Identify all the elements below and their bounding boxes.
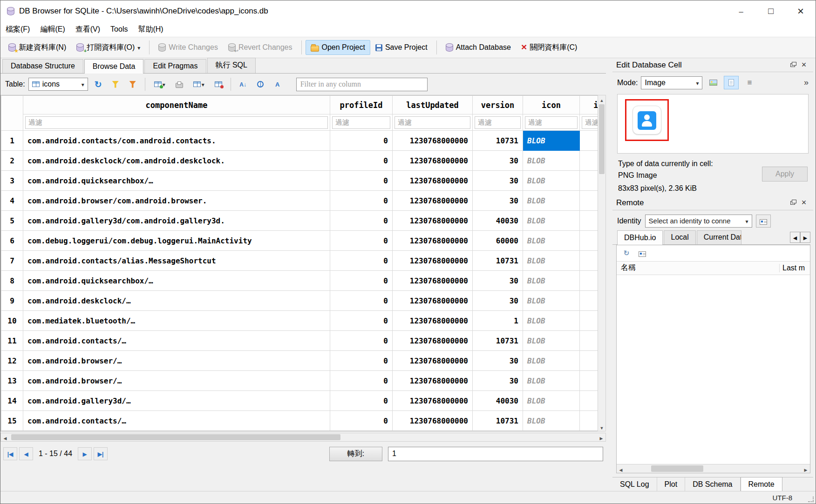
edit-display-format-button[interactable] (271, 77, 285, 91)
goto-record-input[interactable] (388, 447, 603, 461)
first-page-button[interactable] (3, 447, 17, 460)
encoding-indicator[interactable]: UTF-8 (773, 494, 809, 502)
previous-page-button[interactable] (19, 447, 33, 460)
table-row[interactable]: 10com.mediatek.bluetooth/…01230768000000… (1, 311, 598, 331)
cell-lastUpdated[interactable]: 1230768000000 (393, 291, 473, 311)
table-row[interactable]: 2com.android.deskclock/com.android.deskc… (1, 151, 598, 171)
scroll-right-button[interactable] (802, 464, 810, 473)
table-row[interactable]: 14com.android.gallery3d/…012307680000004… (1, 391, 598, 411)
cell-icon[interactable]: BLOB (523, 331, 580, 351)
revert-changes-button[interactable]: ↩ Revert Changes (223, 40, 298, 55)
column-header-overflow[interactable]: ic (580, 96, 598, 114)
cell-icon[interactable]: BLOB (523, 371, 580, 391)
column-header-icon[interactable]: icon (523, 96, 580, 114)
cell-overflow[interactable] (580, 351, 598, 371)
cell-profileId[interactable]: 0 (330, 371, 393, 391)
attach-database-button[interactable]: Attach Database (441, 40, 516, 55)
cell-icon[interactable]: BLOB (523, 231, 580, 251)
float-dock-button[interactable] (787, 198, 798, 208)
new-database-button[interactable]: ★ 新建資料庫(N) (3, 40, 71, 56)
row-number[interactable]: 10 (1, 311, 23, 331)
table-select[interactable]: icons (28, 78, 88, 91)
row-number[interactable]: 13 (1, 371, 23, 391)
cell-overflow[interactable] (580, 211, 598, 231)
row-number[interactable]: 7 (1, 251, 23, 271)
open-project-button[interactable]: Open Project (306, 40, 370, 55)
cell-componentName[interactable]: com.android.gallery3d/… (23, 391, 330, 411)
cell-overflow[interactable] (580, 251, 598, 271)
table-row[interactable]: 7com.android.contacts/alias.MessageShort… (1, 251, 598, 271)
cell-componentName[interactable]: com.android.contacts/alias.MessageShortc… (23, 251, 330, 271)
cell-lastUpdated[interactable]: 1230768000000 (393, 131, 473, 151)
cell-lastUpdated[interactable]: 1230768000000 (393, 191, 473, 211)
close-dock-button[interactable] (798, 198, 809, 208)
cell-profileId[interactable]: 0 (330, 331, 393, 351)
cell-componentName[interactable]: com.android.contacts/… (23, 411, 330, 431)
cell-componentName[interactable]: com.android.contacts/… (23, 331, 330, 351)
cell-lastUpdated[interactable]: 1230768000000 (393, 371, 473, 391)
cell-profileId[interactable]: 0 (330, 251, 393, 271)
cell-version[interactable]: 30 (473, 151, 523, 171)
row-number[interactable]: 3 (1, 171, 23, 191)
cell-profileId[interactable]: 0 (330, 131, 393, 151)
menu-tools[interactable]: Tools (105, 23, 133, 36)
encoding-button[interactable] (253, 77, 267, 91)
cell-version[interactable]: 60000 (473, 231, 523, 251)
filter-any-column-input[interactable] (296, 78, 428, 91)
cell-version[interactable]: 10731 (473, 131, 523, 151)
table-row[interactable]: 8com.android.quicksearchbox/…01230768000… (1, 271, 598, 291)
cell-profileId[interactable]: 0 (330, 271, 393, 291)
vertical-scrollbar[interactable] (598, 95, 606, 431)
table-row[interactable]: 4com.android.browser/com.android.browser… (1, 191, 598, 211)
filter-icon-input[interactable]: 過濾 (525, 116, 578, 129)
cell-lastUpdated[interactable]: 1230768000000 (393, 311, 473, 331)
row-number[interactable]: 4 (1, 191, 23, 211)
remote-scroll-thumb[interactable] (651, 465, 703, 472)
cell-overflow[interactable] (580, 151, 598, 171)
cell-lastUpdated[interactable]: 1230768000000 (393, 231, 473, 251)
table-row[interactable]: 6com.debug.loggerui/com.debug.loggerui.M… (1, 231, 598, 251)
scroll-down-button[interactable] (598, 423, 605, 431)
filter-componentName-input[interactable]: 過濾 (25, 116, 328, 129)
filter-version-input[interactable]: 過濾 (475, 116, 521, 129)
cell-profileId[interactable]: 0 (330, 291, 393, 311)
text-mode-button[interactable] (724, 76, 739, 89)
table-row[interactable]: 15com.android.contacts/…0123076800000010… (1, 411, 598, 431)
cell-overflow[interactable] (580, 291, 598, 311)
cell-lastUpdated[interactable]: 1230768000000 (393, 271, 473, 291)
save-filters-button[interactable] (126, 77, 140, 91)
scroll-right-button[interactable] (597, 433, 605, 441)
cell-overflow[interactable] (580, 391, 598, 411)
cell-overflow[interactable] (580, 171, 598, 191)
pick-identity-button[interactable] (756, 215, 771, 228)
cell-icon[interactable]: BLOB (523, 411, 580, 431)
cell-overflow[interactable] (580, 411, 598, 431)
cell-version[interactable]: 40030 (473, 211, 523, 231)
row-number[interactable]: 11 (1, 331, 23, 351)
close-window-button[interactable] (786, 0, 816, 22)
cell-componentName[interactable]: com.android.browser/… (23, 351, 330, 371)
cell-profileId[interactable]: 0 (330, 151, 393, 171)
cell-overflow[interactable] (580, 191, 598, 211)
row-number[interactable]: 2 (1, 151, 23, 171)
column-header-version[interactable]: version (473, 96, 523, 114)
cell-icon[interactable]: BLOB (523, 171, 580, 191)
cell-icon[interactable]: BLOB (523, 251, 580, 271)
menu-file[interactable]: 檔案(F) (0, 22, 35, 37)
cell-version[interactable]: 30 (473, 291, 523, 311)
cell-componentName[interactable]: com.android.quicksearchbox/… (23, 271, 330, 291)
cell-profileId[interactable]: 0 (330, 351, 393, 371)
cell-profileId[interactable]: 0 (330, 391, 393, 411)
cell-lastUpdated[interactable]: 1230768000000 (393, 211, 473, 231)
cell-componentName[interactable]: com.android.deskclock/com.android.deskcl… (23, 151, 330, 171)
row-number[interactable]: 12 (1, 351, 23, 371)
cell-version[interactable]: 10731 (473, 251, 523, 271)
cell-icon[interactable]: BLOB (523, 211, 580, 231)
tab-scroll-right-button[interactable] (800, 232, 810, 243)
tab-browse-data[interactable]: Browse Data (84, 59, 144, 74)
mode-select[interactable]: Image (641, 76, 702, 89)
table-row[interactable]: 3com.android.quicksearchbox/…01230768000… (1, 171, 598, 191)
resize-grip[interactable] (808, 497, 814, 502)
cell-icon[interactable]: BLOB (523, 351, 580, 371)
menu-edit[interactable]: 編輯(E) (35, 22, 70, 37)
